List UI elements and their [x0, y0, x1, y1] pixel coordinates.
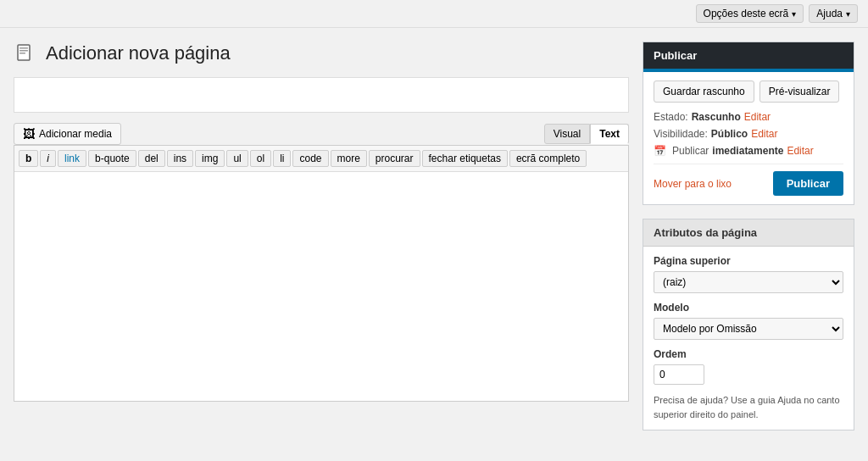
- format-toolbar: b i link b-quote del ins img ul ol li co…: [14, 146, 628, 172]
- fmt-ol[interactable]: ol: [250, 150, 271, 167]
- attributes-body: Página superior (raiz) Modelo Modelo por…: [643, 247, 854, 430]
- attributes-title: Atributos da página: [654, 226, 757, 239]
- help-label: Ajuda: [816, 8, 843, 19]
- fmt-procurar[interactable]: procurar: [369, 150, 420, 167]
- main-content: Adicionar nova página 🖼 Adicionar media …: [14, 42, 629, 444]
- publish-button[interactable]: Publicar: [773, 171, 843, 196]
- publish-box: Publicar Guardar rascunho Pré-visualizar…: [643, 42, 854, 205]
- fmt-li[interactable]: li: [273, 150, 291, 167]
- page-title-row: Adicionar nova página: [14, 42, 629, 65]
- fmt-bquote[interactable]: b-quote: [88, 150, 136, 167]
- visibilidade-row: Visibilidade: Público Editar: [654, 128, 843, 140]
- calendar-icon: 📅: [654, 145, 666, 157]
- tab-text[interactable]: Text: [590, 124, 629, 144]
- ordem-input[interactable]: [654, 364, 704, 385]
- fmt-italic[interactable]: i: [40, 150, 56, 167]
- modelo-field: Modelo Modelo por Omissão: [654, 302, 843, 340]
- fmt-fechar-etiquetas[interactable]: fechar etiquetas: [422, 150, 508, 167]
- editor-textarea[interactable]: [14, 172, 628, 401]
- estado-label: Estado:: [654, 111, 688, 123]
- fmt-more[interactable]: more: [331, 150, 367, 167]
- ordem-label: Ordem: [654, 348, 843, 360]
- fmt-ins[interactable]: ins: [167, 150, 193, 167]
- fmt-del[interactable]: del: [138, 150, 165, 167]
- editor-box: b i link b-quote del ins img ul ol li co…: [14, 145, 629, 402]
- ordem-field: Ordem: [654, 348, 843, 385]
- svg-rect-2: [19, 50, 28, 52]
- visibilidade-label: Visibilidade:: [654, 128, 708, 140]
- editor-tabs: Visual Text: [544, 124, 629, 144]
- preview-button[interactable]: Pré-visualizar: [760, 81, 840, 103]
- modelo-label: Modelo: [654, 302, 843, 314]
- publicar-quando-row: 📅 Publicar imediatamente Editar: [654, 145, 843, 157]
- sidebar: Publicar Guardar rascunho Pré-visualizar…: [643, 42, 854, 444]
- estado-edit[interactable]: Editar: [744, 111, 771, 123]
- page-icon: [14, 42, 37, 65]
- publish-footer: Mover para o lixo Publicar: [654, 171, 843, 196]
- fmt-ecra-completo[interactable]: ecrã completo: [509, 150, 587, 167]
- page-title-input[interactable]: [14, 77, 629, 113]
- media-icon: 🖼: [23, 127, 35, 141]
- options-label: Opções deste ecrã: [704, 8, 789, 19]
- pagina-superior-field: Página superior (raiz): [654, 255, 843, 293]
- modelo-select[interactable]: Modelo por Omissão: [654, 318, 843, 340]
- fmt-ul[interactable]: ul: [226, 150, 248, 167]
- publicar-edit[interactable]: Editar: [787, 145, 813, 157]
- help-arrow-icon: ▾: [846, 9, 850, 19]
- add-media-button[interactable]: 🖼 Adicionar media: [14, 123, 121, 145]
- publicar-value: imediatamente: [712, 145, 783, 157]
- visibilidade-edit[interactable]: Editar: [751, 128, 777, 140]
- help-button[interactable]: Ajuda ▾: [809, 4, 858, 23]
- estado-row: Estado: Rascunho Editar: [654, 111, 843, 123]
- pagina-superior-select[interactable]: (raiz): [654, 271, 843, 293]
- fmt-code[interactable]: code: [292, 150, 328, 167]
- trash-link[interactable]: Mover para o lixo: [654, 178, 732, 190]
- fmt-img[interactable]: img: [195, 150, 225, 167]
- options-button[interactable]: Opções deste ecrã ▾: [696, 4, 804, 23]
- publish-buttons: Guardar rascunho Pré-visualizar: [654, 81, 843, 103]
- fmt-bold[interactable]: b: [19, 150, 38, 167]
- top-bar: Opções deste ecrã ▾ Ajuda ▾: [0, 0, 868, 28]
- tab-visual[interactable]: Visual: [544, 124, 590, 144]
- page-title: Adicionar nova página: [46, 42, 231, 64]
- estado-value: Rascunho: [692, 111, 741, 123]
- add-media-label: Adicionar media: [39, 128, 112, 140]
- publicar-label: Publicar: [672, 145, 709, 157]
- save-draft-button[interactable]: Guardar rascunho: [654, 81, 754, 103]
- options-arrow-icon: ▾: [792, 9, 796, 19]
- publish-title: Publicar: [654, 49, 697, 62]
- publish-divider: [654, 164, 843, 164]
- attributes-help: Precisa de ajuda? Use a guia Ajuda no ca…: [654, 393, 843, 421]
- publish-box-header: Publicar: [643, 42, 854, 72]
- attributes-box: Atributos da página Página superior (rai…: [643, 219, 854, 430]
- editor-top-toolbar: 🖼 Adicionar media Visual Text: [14, 123, 629, 145]
- publish-box-body: Guardar rascunho Pré-visualizar Estado: …: [643, 72, 854, 204]
- visibilidade-value: Público: [711, 128, 748, 140]
- svg-rect-1: [19, 47, 28, 49]
- attributes-header: Atributos da página: [643, 219, 854, 247]
- pagina-superior-label: Página superior: [654, 255, 843, 267]
- fmt-link[interactable]: link: [58, 150, 86, 167]
- svg-rect-3: [19, 53, 25, 54]
